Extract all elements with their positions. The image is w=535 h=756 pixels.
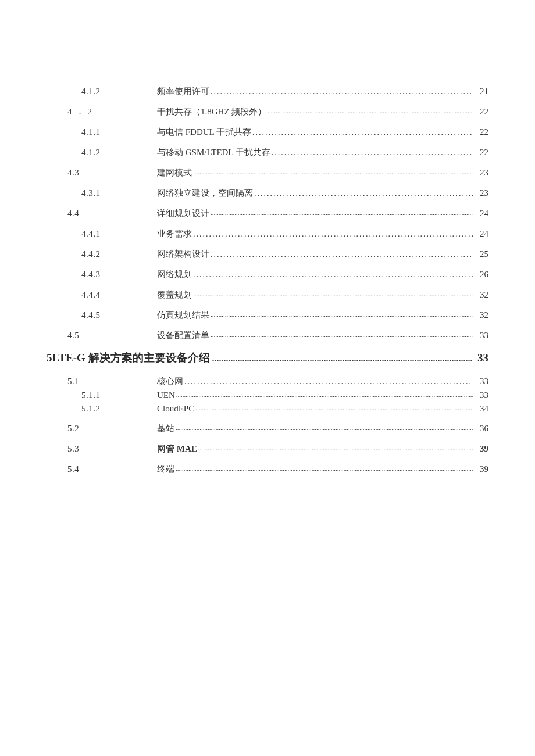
toc-title: 业务需求 [157, 228, 192, 239]
toc-leader [272, 148, 473, 157]
toc-entry: 4．2 干扰共存（1.8GHZ 频段外） 22 [47, 106, 488, 117]
toc-title: 基站 [157, 423, 174, 434]
document-page: 4.1.2 频率使用许可 21 4．2 干扰共存（1.8GHZ 频段外） 22 … [0, 0, 535, 475]
toc-title: 网络规划 [157, 269, 192, 280]
toc-number: 4.5 [47, 331, 157, 341]
toc-title: 网络架构设计 [157, 249, 209, 260]
toc-number: 4.4.3 [47, 270, 157, 280]
toc-leader [211, 249, 473, 259]
toc-page: 22 [475, 127, 488, 137]
toc-page: 26 [475, 270, 488, 280]
toc-page: 21 [475, 87, 488, 96]
toc-number: 5.2 [47, 424, 157, 433]
toc-leader [268, 107, 473, 117]
toc-entry: 4.3.1 网络独立建设，空间隔离 23 [47, 188, 488, 199]
toc-entry: 4.4.3 网络规划 26 [47, 269, 488, 280]
toc-entry: 5.1 核心网 33 [47, 376, 488, 387]
toc-number: 5.1.1 [47, 390, 157, 400]
toc-entry: 5.1.1 UEN 33 [47, 390, 488, 400]
toc-leader [198, 444, 473, 454]
toc-page: 33 [475, 352, 488, 364]
toc-number: 5.3 [47, 444, 157, 454]
toc-title: 详细规划设计 [157, 208, 209, 219]
toc-title: 核心网 [157, 376, 183, 387]
toc-page: 39 [475, 444, 488, 454]
toc-entry: 4.1.2 与移动 GSM/LTEDL 干扰共存 22 [47, 147, 488, 158]
toc-title: 干扰共存（1.8GHZ 频段外） [157, 106, 266, 117]
toc-entry: 4.1.2 频率使用许可 21 [47, 86, 488, 97]
toc-number: 4．2 [47, 106, 157, 117]
toc-page: 22 [475, 148, 488, 157]
toc-number: 4.1.2 [47, 87, 157, 96]
toc-page: 24 [475, 229, 488, 239]
toc-entry: 5.4 终端 39 [47, 464, 488, 475]
toc-leader [184, 377, 473, 386]
toc-leader [195, 404, 473, 414]
toc-entry: 5.3 网管 MAE 39 [47, 443, 488, 454]
toc-entry: 5.2 基站 36 [47, 423, 488, 434]
toc-leader [252, 127, 473, 137]
toc-page: 22 [475, 107, 488, 117]
toc-entry: 4.4 详细规划设计 24 [47, 208, 488, 219]
toc-page: 25 [475, 249, 488, 259]
toc-leader [211, 209, 473, 218]
toc-title: 网络独立建设，空间隔离 [157, 188, 253, 199]
toc-page: 34 [475, 404, 488, 414]
toc-page: 33 [475, 377, 488, 386]
toc-title: 设备配置清单 [157, 330, 209, 341]
toc-entry: 5.1.2 CloudEPC 34 [47, 404, 488, 414]
toc-page: 36 [475, 424, 488, 433]
toc-page: 32 [475, 310, 488, 320]
toc-number: 4.4.1 [47, 229, 157, 239]
toc-number: 4.3.1 [47, 188, 157, 198]
toc-page: 39 [475, 464, 488, 474]
toc-leader [193, 168, 473, 178]
toc-title: 仿真规划结果 [157, 310, 209, 321]
toc-number: 4.1.1 [47, 127, 157, 137]
toc-title: 与电信 FDDUL 干扰共存 [157, 127, 251, 138]
toc-entry: 4.4.1 业务需求 24 [47, 228, 488, 239]
toc-title: 与移动 GSM/LTEDL 干扰共存 [157, 147, 270, 158]
toc-page: 32 [475, 290, 488, 300]
toc-leader [176, 464, 473, 474]
toc-section-title: 5LTE-G 解决方案的主要设备介绍 [47, 350, 210, 366]
toc-leader [211, 87, 473, 96]
toc-leader [176, 390, 473, 400]
toc-entry: 4.3 建网模式 23 [47, 167, 488, 178]
toc-number: 4.4.5 [47, 310, 157, 320]
toc-entry: 4.4.5 仿真规划结果 32 [47, 310, 488, 321]
toc-title: 建网模式 [157, 167, 192, 178]
toc-leader [193, 290, 473, 300]
toc-page: 23 [475, 168, 488, 178]
toc-entry: 4.1.1 与电信 FDDUL 干扰共存 22 [47, 127, 488, 138]
toc-number: 4.4.2 [47, 249, 157, 259]
toc-number: 4.1.2 [47, 148, 157, 157]
toc-page: 33 [475, 331, 488, 341]
toc-title: 频率使用许可 [157, 86, 209, 97]
toc-leader [193, 229, 473, 239]
toc-page: 23 [475, 188, 488, 198]
toc-title: UEN [157, 390, 175, 400]
toc-number: 5.1.2 [47, 404, 157, 414]
toc-entry: 4.4.4 覆盖规划 32 [47, 289, 488, 300]
toc-leader [211, 331, 473, 341]
toc-page: 33 [475, 390, 488, 400]
toc-leader [254, 188, 473, 198]
toc-number: 4.3 [47, 168, 157, 178]
toc-number: 5.1 [47, 377, 157, 386]
toc-title: 覆盖规划 [157, 289, 192, 300]
toc-number: 4.4.4 [47, 290, 157, 300]
toc-title: CloudEPC [157, 404, 194, 414]
toc-leader [176, 424, 473, 433]
toc-number: 4.4 [47, 209, 157, 218]
toc-leader [211, 310, 473, 320]
toc-leader [212, 352, 472, 364]
toc-number: 5.4 [47, 464, 157, 474]
toc-entry: 4.5 设备配置清单 33 [47, 330, 488, 341]
toc-section-heading: 5LTE-G 解决方案的主要设备介绍 33 [47, 350, 488, 366]
toc-entry: 4.4.2 网络架构设计 25 [47, 249, 488, 260]
toc-title: 网管 MAE [157, 443, 197, 454]
toc-leader [193, 270, 473, 280]
toc-title: 终端 [157, 464, 174, 475]
toc-page: 24 [475, 209, 488, 218]
